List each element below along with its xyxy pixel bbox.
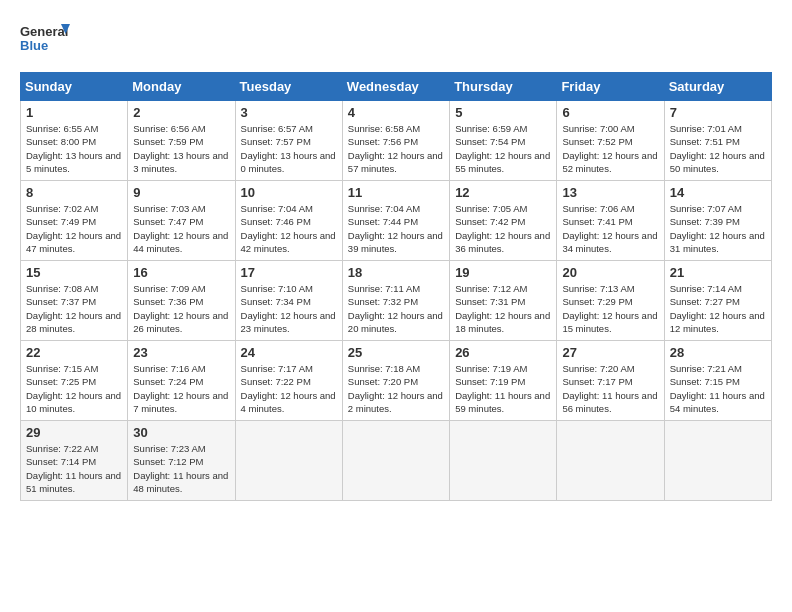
day-info: Sunrise: 7:15 AMSunset: 7:25 PMDaylight:… xyxy=(26,362,122,415)
day-info: Sunrise: 7:21 AMSunset: 7:15 PMDaylight:… xyxy=(670,362,766,415)
header-friday: Friday xyxy=(557,73,664,101)
day-number: 1 xyxy=(26,105,122,120)
day-info: Sunrise: 7:14 AMSunset: 7:27 PMDaylight:… xyxy=(670,282,766,335)
day-number: 26 xyxy=(455,345,551,360)
day-info: Sunrise: 6:57 AMSunset: 7:57 PMDaylight:… xyxy=(241,122,337,175)
day-info: Sunrise: 7:09 AMSunset: 7:36 PMDaylight:… xyxy=(133,282,229,335)
calendar-cell: 6 Sunrise: 7:00 AMSunset: 7:52 PMDayligh… xyxy=(557,101,664,181)
day-number: 6 xyxy=(562,105,658,120)
day-info: Sunrise: 7:00 AMSunset: 7:52 PMDaylight:… xyxy=(562,122,658,175)
day-info: Sunrise: 7:19 AMSunset: 7:19 PMDaylight:… xyxy=(455,362,551,415)
day-number: 25 xyxy=(348,345,444,360)
day-info: Sunrise: 7:02 AMSunset: 7:49 PMDaylight:… xyxy=(26,202,122,255)
header-sunday: Sunday xyxy=(21,73,128,101)
calendar-cell: 5 Sunrise: 6:59 AMSunset: 7:54 PMDayligh… xyxy=(450,101,557,181)
day-info: Sunrise: 7:03 AMSunset: 7:47 PMDaylight:… xyxy=(133,202,229,255)
calendar-week-4: 22 Sunrise: 7:15 AMSunset: 7:25 PMDaylig… xyxy=(21,341,772,421)
day-info: Sunrise: 7:17 AMSunset: 7:22 PMDaylight:… xyxy=(241,362,337,415)
day-number: 30 xyxy=(133,425,229,440)
day-info: Sunrise: 7:23 AMSunset: 7:12 PMDaylight:… xyxy=(133,442,229,495)
day-number: 9 xyxy=(133,185,229,200)
day-number: 17 xyxy=(241,265,337,280)
calendar-cell: 24 Sunrise: 7:17 AMSunset: 7:22 PMDaylig… xyxy=(235,341,342,421)
day-number: 19 xyxy=(455,265,551,280)
day-info: Sunrise: 7:16 AMSunset: 7:24 PMDaylight:… xyxy=(133,362,229,415)
calendar-cell: 26 Sunrise: 7:19 AMSunset: 7:19 PMDaylig… xyxy=(450,341,557,421)
calendar-cell: 29 Sunrise: 7:22 AMSunset: 7:14 PMDaylig… xyxy=(21,421,128,501)
calendar-cell: 19 Sunrise: 7:12 AMSunset: 7:31 PMDaylig… xyxy=(450,261,557,341)
day-number: 16 xyxy=(133,265,229,280)
calendar-cell xyxy=(235,421,342,501)
page-header: General Blue xyxy=(20,20,772,62)
day-number: 29 xyxy=(26,425,122,440)
day-number: 24 xyxy=(241,345,337,360)
calendar-table: SundayMondayTuesdayWednesdayThursdayFrid… xyxy=(20,72,772,501)
day-number: 27 xyxy=(562,345,658,360)
calendar-cell: 9 Sunrise: 7:03 AMSunset: 7:47 PMDayligh… xyxy=(128,181,235,261)
calendar-header-row: SundayMondayTuesdayWednesdayThursdayFrid… xyxy=(21,73,772,101)
calendar-cell: 14 Sunrise: 7:07 AMSunset: 7:39 PMDaylig… xyxy=(664,181,771,261)
day-number: 23 xyxy=(133,345,229,360)
calendar-cell: 11 Sunrise: 7:04 AMSunset: 7:44 PMDaylig… xyxy=(342,181,449,261)
calendar-cell: 13 Sunrise: 7:06 AMSunset: 7:41 PMDaylig… xyxy=(557,181,664,261)
day-info: Sunrise: 7:07 AMSunset: 7:39 PMDaylight:… xyxy=(670,202,766,255)
svg-text:General: General xyxy=(20,24,68,39)
day-number: 28 xyxy=(670,345,766,360)
calendar-cell: 8 Sunrise: 7:02 AMSunset: 7:49 PMDayligh… xyxy=(21,181,128,261)
calendar-cell: 23 Sunrise: 7:16 AMSunset: 7:24 PMDaylig… xyxy=(128,341,235,421)
calendar-week-1: 1 Sunrise: 6:55 AMSunset: 8:00 PMDayligh… xyxy=(21,101,772,181)
day-info: Sunrise: 7:04 AMSunset: 7:46 PMDaylight:… xyxy=(241,202,337,255)
calendar-cell: 20 Sunrise: 7:13 AMSunset: 7:29 PMDaylig… xyxy=(557,261,664,341)
logo-svg: General Blue xyxy=(20,20,70,62)
day-info: Sunrise: 7:13 AMSunset: 7:29 PMDaylight:… xyxy=(562,282,658,335)
day-info: Sunrise: 7:05 AMSunset: 7:42 PMDaylight:… xyxy=(455,202,551,255)
day-info: Sunrise: 7:12 AMSunset: 7:31 PMDaylight:… xyxy=(455,282,551,335)
calendar-cell: 4 Sunrise: 6:58 AMSunset: 7:56 PMDayligh… xyxy=(342,101,449,181)
calendar-week-5: 29 Sunrise: 7:22 AMSunset: 7:14 PMDaylig… xyxy=(21,421,772,501)
day-number: 10 xyxy=(241,185,337,200)
calendar-cell: 10 Sunrise: 7:04 AMSunset: 7:46 PMDaylig… xyxy=(235,181,342,261)
day-number: 7 xyxy=(670,105,766,120)
day-number: 14 xyxy=(670,185,766,200)
day-number: 20 xyxy=(562,265,658,280)
day-number: 11 xyxy=(348,185,444,200)
calendar-cell: 16 Sunrise: 7:09 AMSunset: 7:36 PMDaylig… xyxy=(128,261,235,341)
calendar-cell: 3 Sunrise: 6:57 AMSunset: 7:57 PMDayligh… xyxy=(235,101,342,181)
day-info: Sunrise: 6:56 AMSunset: 7:59 PMDaylight:… xyxy=(133,122,229,175)
calendar-cell: 12 Sunrise: 7:05 AMSunset: 7:42 PMDaylig… xyxy=(450,181,557,261)
calendar-cell: 28 Sunrise: 7:21 AMSunset: 7:15 PMDaylig… xyxy=(664,341,771,421)
day-number: 18 xyxy=(348,265,444,280)
day-number: 3 xyxy=(241,105,337,120)
calendar-cell xyxy=(664,421,771,501)
calendar-cell xyxy=(342,421,449,501)
day-info: Sunrise: 7:22 AMSunset: 7:14 PMDaylight:… xyxy=(26,442,122,495)
day-info: Sunrise: 7:04 AMSunset: 7:44 PMDaylight:… xyxy=(348,202,444,255)
day-number: 4 xyxy=(348,105,444,120)
header-wednesday: Wednesday xyxy=(342,73,449,101)
day-info: Sunrise: 7:18 AMSunset: 7:20 PMDaylight:… xyxy=(348,362,444,415)
calendar-cell: 18 Sunrise: 7:11 AMSunset: 7:32 PMDaylig… xyxy=(342,261,449,341)
calendar-cell xyxy=(557,421,664,501)
calendar-cell: 15 Sunrise: 7:08 AMSunset: 7:37 PMDaylig… xyxy=(21,261,128,341)
calendar-week-2: 8 Sunrise: 7:02 AMSunset: 7:49 PMDayligh… xyxy=(21,181,772,261)
calendar-cell: 30 Sunrise: 7:23 AMSunset: 7:12 PMDaylig… xyxy=(128,421,235,501)
calendar-week-3: 15 Sunrise: 7:08 AMSunset: 7:37 PMDaylig… xyxy=(21,261,772,341)
day-number: 8 xyxy=(26,185,122,200)
day-number: 15 xyxy=(26,265,122,280)
day-info: Sunrise: 7:08 AMSunset: 7:37 PMDaylight:… xyxy=(26,282,122,335)
day-number: 22 xyxy=(26,345,122,360)
day-info: Sunrise: 7:20 AMSunset: 7:17 PMDaylight:… xyxy=(562,362,658,415)
day-info: Sunrise: 6:59 AMSunset: 7:54 PMDaylight:… xyxy=(455,122,551,175)
day-number: 21 xyxy=(670,265,766,280)
day-number: 13 xyxy=(562,185,658,200)
calendar-cell xyxy=(450,421,557,501)
logo: General Blue xyxy=(20,20,70,62)
day-number: 2 xyxy=(133,105,229,120)
calendar-cell: 2 Sunrise: 6:56 AMSunset: 7:59 PMDayligh… xyxy=(128,101,235,181)
day-info: Sunrise: 7:10 AMSunset: 7:34 PMDaylight:… xyxy=(241,282,337,335)
calendar-cell: 22 Sunrise: 7:15 AMSunset: 7:25 PMDaylig… xyxy=(21,341,128,421)
header-thursday: Thursday xyxy=(450,73,557,101)
day-info: Sunrise: 7:11 AMSunset: 7:32 PMDaylight:… xyxy=(348,282,444,335)
header-saturday: Saturday xyxy=(664,73,771,101)
calendar-cell: 27 Sunrise: 7:20 AMSunset: 7:17 PMDaylig… xyxy=(557,341,664,421)
